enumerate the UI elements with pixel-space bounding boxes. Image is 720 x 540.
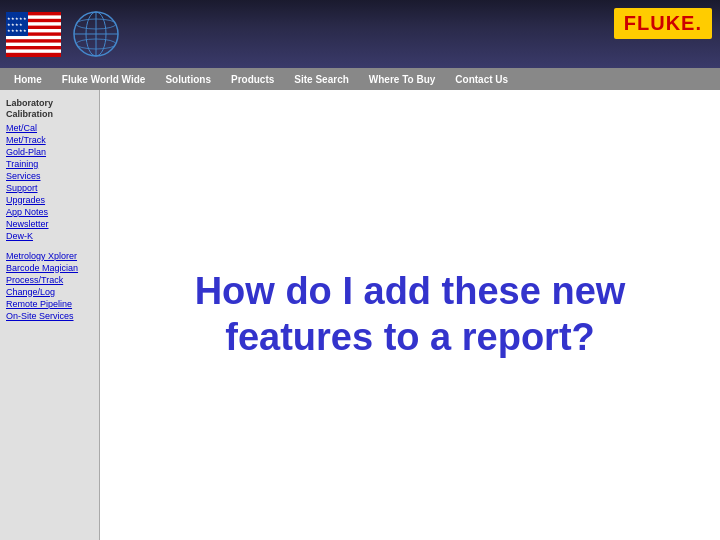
globe-logo [69, 9, 124, 59]
sidebar-divider [0, 242, 99, 250]
sidebar-item-barcode-magician[interactable]: Barcode Magician [0, 262, 99, 274]
sidebar-item-on-site-services[interactable]: On-Site Services [0, 310, 99, 322]
sidebar-item-training[interactable]: Training [0, 158, 99, 170]
main-heading: How do I add these new features to a rep… [195, 269, 626, 360]
nav-solutions[interactable]: Solutions [155, 72, 221, 87]
sidebar-item-remote-pipeline[interactable]: Remote Pipeline [0, 298, 99, 310]
nav-site-search[interactable]: Site Search [284, 72, 358, 87]
content-area: How do I add these new features to a rep… [100, 90, 720, 540]
sidebar-item-services[interactable]: Services [0, 170, 99, 182]
sidebar-item-app-notes[interactable]: App Notes [0, 206, 99, 218]
sidebar-item-support[interactable]: Support [0, 182, 99, 194]
sidebar-item-gold-plan[interactable]: Gold-Plan [0, 146, 99, 158]
nav-products[interactable]: Products [221, 72, 284, 87]
svg-rect-4 [6, 35, 61, 38]
main-container: Laboratory Calibration Met/Cal Met/Track… [0, 90, 720, 540]
sidebar-item-metrology-xplorer[interactable]: Metrology Xplorer [0, 250, 99, 262]
svg-text:★★★★: ★★★★ [7, 22, 23, 27]
sidebar-item-mettrack[interactable]: Met/Track [0, 134, 99, 146]
fluke-logo: FLUKE. [614, 8, 712, 39]
nav-bar: Home Fluke World Wide Solutions Products… [0, 68, 720, 90]
sidebar-item-change-log[interactable]: Change/Log [0, 286, 99, 298]
nav-home[interactable]: Home [4, 72, 52, 87]
svg-text:★★★★★: ★★★★★ [7, 16, 27, 21]
sidebar-item-process-track[interactable]: Process/Track [0, 274, 99, 286]
sidebar-item-newsletter[interactable]: Newsletter [0, 218, 99, 230]
flag-logo: ★★★★★ ★★★★ ★★★★★ [6, 12, 61, 57]
sidebar-section-title: Laboratory Calibration [0, 94, 99, 122]
nav-fluke-world-wide[interactable]: Fluke World Wide [52, 72, 156, 87]
svg-rect-6 [6, 49, 61, 52]
nav-contact-us[interactable]: Contact Us [445, 72, 518, 87]
top-banner: ★★★★★ ★★★★ ★★★★★ FLUKE. [0, 0, 720, 68]
sidebar-item-dew-k[interactable]: Dew-K [0, 230, 99, 242]
sidebar-item-metcal[interactable]: Met/Cal [0, 122, 99, 134]
sidebar: Laboratory Calibration Met/Cal Met/Track… [0, 90, 100, 540]
sidebar-item-upgrades[interactable]: Upgrades [0, 194, 99, 206]
svg-rect-5 [6, 42, 61, 45]
svg-text:★★★★★: ★★★★★ [7, 28, 27, 33]
nav-where-to-buy[interactable]: Where To Buy [359, 72, 445, 87]
